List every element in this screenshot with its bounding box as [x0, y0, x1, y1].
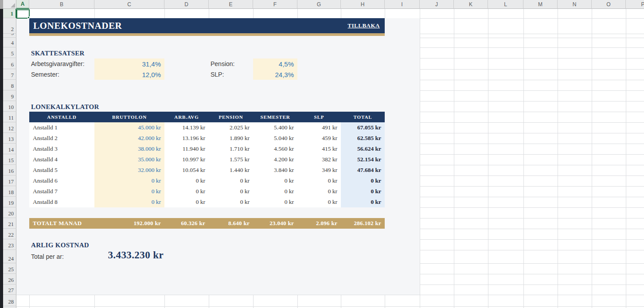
row-header-11[interactable]: 11 — [3, 112, 16, 122]
table-value-cell[interactable]: 0 kr — [297, 175, 341, 186]
table-value-cell[interactable]: 56.624 kr — [341, 144, 385, 154]
row-header-29[interactable]: 29 — [3, 306, 16, 308]
row-header-1[interactable]: 1 — [3, 9, 16, 18]
table-value-cell[interactable]: 62.585 kr — [341, 133, 385, 144]
table-value-cell[interactable]: 1.890 kr — [209, 133, 253, 144]
column-header-G[interactable]: G — [297, 0, 341, 9]
table-value-cell[interactable]: 0 kr — [297, 197, 341, 207]
table-value-cell[interactable]: 0 kr — [94, 175, 164, 186]
table-value-cell[interactable]: 2.025 kr — [209, 122, 253, 133]
column-header-K[interactable]: K — [454, 0, 488, 9]
table-value-cell[interactable]: 10.054 kr — [164, 165, 209, 175]
total-month-label[interactable]: TOTALT MANAD — [29, 218, 94, 229]
row-header-8[interactable]: 8 — [3, 80, 16, 90]
row-header-27[interactable]: 27 — [3, 285, 16, 295]
page-title[interactable]: LONEKOSTNADER — [33, 20, 122, 31]
tax-value-slp[interactable]: 24,3% — [253, 69, 297, 80]
table-value-cell[interactable]: 5.040 kr — [253, 133, 297, 144]
table-header-slp[interactable]: SLP — [297, 112, 341, 122]
column-header-A[interactable]: A — [16, 0, 29, 9]
table-value-cell[interactable]: 0 kr — [209, 175, 253, 186]
row-header-7[interactable]: 7 — [3, 69, 16, 80]
column-header-B[interactable]: B — [29, 0, 94, 9]
table-value-cell[interactable]: 0 kr — [164, 186, 209, 197]
table-value-cell[interactable]: 0 kr — [94, 186, 164, 197]
table-header-pension[interactable]: PENSION — [209, 112, 253, 122]
row-header-20[interactable]: 20 — [3, 207, 16, 218]
row-header-22[interactable]: 22 — [3, 229, 16, 239]
row-header-9[interactable]: 9 — [3, 90, 16, 101]
total-month-value[interactable]: 8.640 kr — [209, 218, 253, 229]
table-value-cell[interactable]: 35.000 kr — [94, 154, 164, 165]
employee-name-cell[interactable]: Anstalld 4 — [29, 154, 94, 165]
table-header-bruttolon[interactable]: BRUTTOLON — [94, 112, 164, 122]
total-month-value[interactable]: 2.096 kr — [297, 218, 341, 229]
table-value-cell[interactable]: 0 kr — [297, 186, 341, 197]
column-header-O[interactable]: O — [592, 0, 626, 9]
table-value-cell[interactable]: 11.940 kr — [164, 144, 209, 154]
row-header-21[interactable]: 21 — [3, 218, 16, 229]
tax-label-slp[interactable]: SLP: — [211, 69, 224, 80]
row-header-6[interactable]: 6 — [3, 58, 16, 69]
row-header-4[interactable]: 4 — [3, 38, 16, 47]
column-header-J[interactable]: J — [420, 0, 454, 9]
employee-name-cell[interactable]: Anstalld 6 — [29, 175, 94, 186]
table-value-cell[interactable]: 415 kr — [297, 144, 341, 154]
table-value-cell[interactable]: 491 kr — [297, 122, 341, 133]
column-header-M[interactable]: M — [523, 0, 558, 9]
tax-value-semester[interactable]: 12,0% — [94, 69, 164, 80]
column-header-H[interactable]: H — [341, 0, 385, 9]
table-header-arbavg[interactable]: ARB.AVG — [164, 112, 209, 122]
table-value-cell[interactable]: 459 kr — [297, 133, 341, 144]
employee-name-cell[interactable]: Anstalld 8 — [29, 197, 94, 207]
column-header-N[interactable]: N — [558, 0, 592, 9]
table-value-cell[interactable]: 5.400 kr — [253, 122, 297, 133]
row-header-24[interactable]: 24 — [3, 250, 16, 263]
table-value-cell[interactable]: 45.000 kr — [94, 122, 164, 133]
table-value-cell[interactable]: 52.154 kr — [341, 154, 385, 165]
column-header-L[interactable]: L — [488, 0, 523, 9]
table-header-total[interactable]: TOTAL — [341, 112, 385, 122]
row-header-26[interactable]: 26 — [3, 274, 16, 285]
total-month-value[interactable]: 192.000 kr — [94, 218, 164, 229]
annual-heading[interactable]: ARLIG KOSTNAD — [31, 240, 89, 250]
tax-label-pension[interactable]: Pension: — [211, 58, 234, 69]
row-header-12[interactable]: 12 — [3, 122, 16, 133]
tax-label-arbetsgivaravgifter[interactable]: Arbetsgivaravgifter: — [31, 58, 85, 69]
table-value-cell[interactable]: 0 kr — [341, 186, 385, 197]
employee-name-cell[interactable]: Anstalld 5 — [29, 165, 94, 175]
table-value-cell[interactable]: 3.840 kr — [253, 165, 297, 175]
row-header-17[interactable]: 17 — [3, 175, 16, 186]
table-header-semester[interactable]: SEMESTER — [253, 112, 297, 122]
table-value-cell[interactable]: 0 kr — [253, 175, 297, 186]
table-value-cell[interactable]: 0 kr — [209, 197, 253, 207]
row-header-25[interactable]: 25 — [3, 263, 16, 274]
tax-section-heading[interactable]: SKATTESATSER — [31, 48, 85, 58]
total-month-value[interactable]: 23.040 kr — [253, 218, 297, 229]
row-header-13[interactable]: 13 — [3, 133, 16, 144]
table-value-cell[interactable]: 47.684 kr — [341, 165, 385, 175]
column-header-P[interactable]: P — [626, 0, 644, 9]
column-header-D[interactable]: D — [164, 0, 209, 9]
table-value-cell[interactable]: 42.000 kr — [94, 133, 164, 144]
table-value-cell[interactable]: 10.997 kr — [164, 154, 209, 165]
column-header-C[interactable]: C — [94, 0, 164, 9]
row-header-5[interactable]: 5 — [3, 47, 16, 58]
select-all-button[interactable] — [3, 0, 16, 9]
annual-label[interactable]: Total per ar: — [31, 251, 64, 262]
table-value-cell[interactable]: 349 kr — [297, 165, 341, 175]
tax-label-semester[interactable]: Semester: — [31, 69, 59, 80]
table-value-cell[interactable]: 32.000 kr — [94, 165, 164, 175]
total-month-value[interactable]: 60.326 kr — [164, 218, 209, 229]
row-header-3[interactable]: 3 — [3, 34, 16, 38]
table-value-cell[interactable]: 0 kr — [164, 197, 209, 207]
back-link[interactable]: TILLBAKA — [347, 22, 380, 29]
calculator-heading[interactable]: LONEKALKYLATOR — [31, 102, 99, 112]
annual-value[interactable]: 3.433.230 kr — [94, 248, 164, 262]
table-value-cell[interactable]: 0 kr — [94, 197, 164, 207]
row-header-14[interactable]: 14 — [3, 144, 16, 154]
row-header-19[interactable]: 19 — [3, 197, 16, 207]
employee-name-cell[interactable]: Anstalld 2 — [29, 133, 94, 144]
employee-name-cell[interactable]: Anstalld 3 — [29, 144, 94, 154]
total-month-value[interactable]: 286.102 kr — [341, 218, 385, 229]
